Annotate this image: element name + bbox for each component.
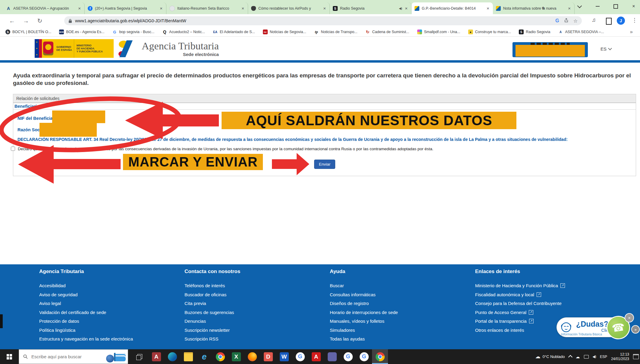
footer-link[interactable]: Buscar (330, 281, 475, 290)
chrome-active-taskbar-button[interactable] (372, 349, 388, 364)
footer-link[interactable]: Estructura y navegación en la sede elect… (39, 334, 184, 344)
bookmark-item[interactable]: ncNoticias de Segovia... (263, 30, 306, 34)
footer-link[interactable]: Ministerio de Hacienda y Función Pública… (475, 281, 620, 290)
bookmark-item[interactable]: EAEl Adelantado de S... (213, 30, 255, 34)
bookmark-item[interactable]: ↻Cadena de Suminist... (365, 30, 409, 34)
bookmark-item[interactable]: bBOCYL | BOLETÍN O... (5, 30, 51, 34)
taskbar-clock[interactable]: 12:13 24/01/2023 (611, 352, 629, 361)
bookmark-item[interactable]: SRadio Segovia (519, 30, 550, 34)
bookmark-item[interactable]: ●Construye tu marca... (468, 30, 511, 34)
action-center-icon[interactable] (633, 354, 639, 359)
bookmark-item[interactable]: Smallpdf.com - Una... (417, 30, 460, 34)
bookmarks-overflow-icon[interactable]: » (630, 29, 633, 35)
dudas-close-icon[interactable]: × (625, 313, 634, 322)
ms-access-taskbar-button[interactable]: A (148, 349, 164, 364)
site-brand[interactable]: Agencia Tributaria Sede electrónica (142, 40, 219, 57)
google-app-taskbar-button[interactable]: G (356, 349, 372, 364)
browser-tab[interactable]: f(20+) Asetra Segovia | Segovia× (85, 2, 166, 14)
browser-tab[interactable]: AASETRA SEGOVIA – Agrupación× (3, 2, 85, 14)
footer-link[interactable]: Validación del certificado de sede (39, 308, 184, 317)
reload-button[interactable]: ↻ (36, 17, 44, 25)
footer-link[interactable]: Buzones de sugerencias (184, 308, 330, 317)
bookmark-item[interactable]: Gbop segovia - Busc... (112, 30, 154, 34)
footer-link[interactable]: Fiscalidad autonómica y local↗ (475, 290, 620, 299)
footer-link[interactable]: Aviso de seguridad (39, 290, 184, 299)
user-session-button[interactable] (512, 42, 588, 57)
google-taskbar-button[interactable]: G (292, 349, 308, 364)
footer-link[interactable]: Manuales, vídeos y folletos (330, 317, 475, 326)
dudas-expand-icon[interactable]: » (631, 325, 640, 334)
side-panel-icon[interactable] (606, 18, 612, 25)
forward-button[interactable]: → (22, 17, 30, 25)
address-bar[interactable]: www1.agenciatributaria.gob.es/wlpl/ADG0-… (64, 16, 582, 25)
tab-close-icon[interactable]: × (567, 6, 571, 11)
tab-close-icon[interactable]: × (404, 6, 408, 11)
task-view-button[interactable] (136, 353, 143, 360)
footer-link[interactable]: Denuncias (184, 317, 330, 326)
volume-icon[interactable]: ◀)) (593, 355, 596, 358)
google-app-taskbar-button[interactable]: G (340, 349, 356, 364)
google-search-icon[interactable]: G (555, 18, 559, 23)
footer-link[interactable]: Punto de Acceso General↗ (475, 308, 620, 317)
footer-link[interactable]: Suscripción newsletter (184, 326, 330, 335)
footer-link[interactable]: Accesibilidad (39, 281, 184, 290)
onedrive-icon[interactable]: ☁ (576, 354, 580, 359)
bookmark-star-icon[interactable]: ☆ (573, 18, 578, 24)
footer-link[interactable]: Suscripción RSS (184, 334, 330, 344)
close-window-button[interactable]: × (630, 2, 638, 10)
footer-link[interactable]: Diseños de registro (330, 299, 475, 308)
chrome-taskbar-button[interactable] (212, 349, 228, 364)
ms-word-taskbar-button[interactable]: W (276, 349, 292, 364)
minimize-button[interactable] (594, 2, 601, 10)
new-tab-button[interactable]: + (539, 4, 547, 13)
footer-link[interactable]: Consultas informáticas (330, 290, 475, 299)
ime-language[interactable]: ESP (600, 355, 607, 359)
firefox-taskbar-button[interactable] (244, 349, 260, 364)
browser-tab[interactable]: Cómo restablecer los AirPods y× (248, 2, 330, 14)
search-input[interactable] (31, 354, 98, 359)
footer-link[interactable]: Cita previa (184, 299, 330, 308)
tab-close-icon[interactable]: × (486, 6, 490, 11)
maximize-button[interactable] (612, 2, 620, 10)
footer-link[interactable]: Horario de interrupciones de sede (330, 308, 475, 317)
acrobat-taskbar-button[interactable]: A (308, 349, 324, 364)
browser-tab[interactable]: G.P.-Beneficiario-Detalle: B4014× (411, 2, 493, 14)
browser-tab[interactable]: Nota informativa sobre la nueva× (493, 2, 575, 14)
bookmark-item[interactable]: QAcueducto2 – Notic... (162, 30, 205, 34)
browser-menu-icon[interactable]: ⋮ (632, 17, 637, 23)
ms-excel-taskbar-button[interactable]: X (228, 349, 244, 364)
back-button[interactable]: ← (8, 17, 16, 25)
footer-link[interactable]: Todas las ayudas (330, 334, 475, 344)
tab-close-icon[interactable]: × (323, 6, 326, 11)
footer-link[interactable]: Simuladores (330, 326, 475, 335)
tab-close-icon[interactable]: × (77, 6, 81, 11)
tab-close-icon[interactable]: × (159, 6, 163, 11)
bookmark-item[interactable]: tpNoticias de Transpo... (314, 30, 358, 34)
bookmark-item[interactable]: BOEBOE.es - Agencia Es... (59, 30, 104, 34)
app-purple-taskbar-button[interactable] (324, 349, 340, 364)
weather-widget[interactable]: ☁ 0°C Nublado (535, 353, 565, 360)
bookmark-item[interactable]: AASETRA SEGOVIA –... (558, 30, 604, 34)
footer-link[interactable]: Teléfonos de interés (184, 281, 330, 290)
footer-link[interactable]: Aviso legal (39, 299, 184, 308)
share-icon[interactable] (564, 18, 569, 24)
media-player-taskbar-button[interactable]: D (260, 349, 276, 364)
language-selector[interactable]: ES (601, 46, 611, 51)
tab-close-icon[interactable]: × (241, 6, 245, 11)
footer-link[interactable]: Consejo para la Defensa del Contribuyent… (475, 299, 620, 308)
start-button[interactable] (0, 349, 19, 364)
profile-avatar[interactable]: J (617, 17, 625, 25)
tray-expand-icon[interactable] (568, 355, 572, 359)
window-menu-button[interactable] (575, 2, 583, 10)
browser-tab[interactable]: SRadio Segovia◀))× (330, 2, 411, 14)
media-control-icon[interactable]: ♫ (592, 17, 596, 23)
footer-link[interactable]: Buscador de oficinas (184, 290, 330, 299)
display-icon[interactable] (584, 355, 589, 359)
footer-link[interactable]: Política lingüística (39, 326, 184, 335)
file-explorer-taskbar-button[interactable] (180, 349, 196, 364)
footer-link[interactable]: Protección de datos (39, 317, 184, 326)
search-highlight-art[interactable] (106, 351, 136, 362)
ms-edge-taskbar-button[interactable] (164, 349, 180, 364)
internet-explorer-taskbar-button[interactable]: e (196, 349, 212, 364)
browser-tab[interactable]: Italiano-Resumen Seta Baricco× (166, 2, 248, 14)
